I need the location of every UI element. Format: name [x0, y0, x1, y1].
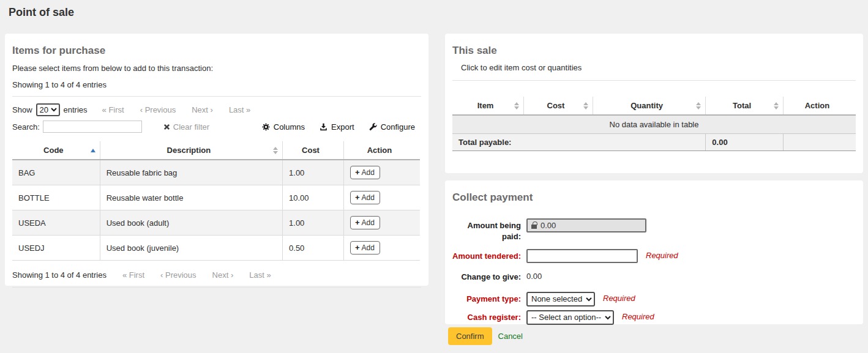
payment-type-select[interactable]: None selected: [526, 292, 595, 307]
last-page-link[interactable]: Last »: [229, 105, 250, 114]
last-page-link[interactable]: Last »: [249, 270, 271, 280]
columns-button[interactable]: Columns: [262, 122, 305, 132]
table-row: USEDJ Used book (juvenile) 0.50 +Add: [12, 236, 420, 261]
item-code: USEDA: [12, 210, 100, 236]
items-header-description[interactable]: Description: [100, 141, 282, 160]
item-code: USEDJ: [12, 236, 100, 261]
plus-icon: +: [355, 193, 360, 202]
entries-label: entries: [64, 105, 88, 114]
required-hint: Required: [646, 249, 678, 260]
table-row: BAG Reusable fabric bag 1.00 +Add: [12, 160, 420, 185]
item-description: Used book (adult): [100, 210, 282, 236]
total-payable-value: 0.00: [706, 134, 784, 151]
page-length-select[interactable]: 20: [36, 103, 60, 116]
total-action-cell: [783, 134, 856, 151]
sale-header-total[interactable]: Total: [706, 97, 784, 115]
sale-header-cost[interactable]: Cost: [524, 97, 593, 115]
table-row: BOTTLE Reusable water bottle 10.00 +Add: [12, 185, 420, 210]
item-description: Reusable water bottle: [100, 185, 282, 210]
confirm-button[interactable]: Confirm: [448, 327, 492, 345]
change-to-give-value: 0.00: [526, 270, 542, 281]
total-row: Total payable: 0.00: [452, 134, 856, 151]
clear-filter-button[interactable]: Clear filter: [163, 122, 209, 132]
items-header-code[interactable]: Code: [12, 141, 100, 160]
search-input[interactable]: [43, 121, 142, 133]
sale-table: Item Cost Quantity Total Action: [452, 97, 856, 151]
required-hint: Required: [622, 310, 654, 321]
sale-header-item[interactable]: Item: [452, 97, 524, 115]
export-button[interactable]: Export: [320, 122, 354, 132]
sort-icon: [273, 147, 278, 154]
sale-panel-title: This sale: [452, 45, 856, 57]
add-item-button[interactable]: +Add: [350, 216, 380, 229]
divider: [12, 96, 421, 97]
cancel-link[interactable]: Cancel: [498, 332, 523, 341]
sort-icon: [583, 102, 588, 110]
sale-hint: Click to edit item cost or quantities: [461, 63, 856, 72]
items-for-purchase-panel: Items for purchase Please select items f…: [5, 34, 428, 286]
amount-tendered-input[interactable]: [526, 249, 638, 263]
first-page-link[interactable]: « First: [102, 105, 124, 114]
page-title: Point of sale: [9, 6, 74, 19]
divider: [12, 287, 421, 288]
item-code: BAG: [12, 160, 100, 185]
configure-button[interactable]: Configure: [369, 122, 415, 132]
items-table: Code Description Cost Action BAG Reusabl…: [12, 141, 420, 261]
gear-icon: [262, 123, 270, 131]
empty-message: No data available in table: [452, 115, 856, 134]
item-cost: 10.00: [283, 185, 344, 210]
change-to-give-label: Change to give:: [452, 270, 521, 283]
form-actions: Confirm Cancel: [448, 327, 523, 345]
items-info-top: Showing 1 to 4 of 4 entries: [12, 80, 421, 89]
pagination-bottom: « First ‹ Previous Next › Last »: [122, 270, 287, 280]
search-label: Search:: [12, 122, 40, 132]
show-label: Show: [12, 105, 32, 114]
lock-icon: [531, 225, 537, 229]
items-panel-intro: Please select items from below to add to…: [12, 64, 421, 73]
table-row: USEDA Used book (adult) 1.00 +Add: [12, 210, 420, 236]
sort-icon: [514, 102, 519, 110]
items-header-action: Action: [343, 141, 420, 160]
next-page-link[interactable]: Next ›: [212, 270, 234, 280]
payment-panel-title: Collect payment: [452, 191, 856, 204]
plus-icon: +: [355, 218, 360, 227]
wrench-icon: [369, 123, 377, 131]
sort-icon: [696, 102, 701, 110]
required-hint: Required: [603, 292, 635, 303]
next-page-link[interactable]: Next ›: [192, 105, 213, 114]
cash-register-label: Cash register:: [452, 310, 521, 323]
plus-icon: +: [355, 168, 360, 177]
add-item-button[interactable]: +Add: [350, 166, 380, 179]
clear-filter-x-icon: [163, 124, 170, 130]
divider: [452, 80, 856, 81]
item-cost: 0.50: [283, 236, 344, 261]
sale-header-action: Action: [783, 97, 856, 115]
amount-tendered-label: Amount tendered:: [452, 249, 521, 262]
add-item-button[interactable]: +Add: [350, 241, 380, 255]
sale-header-quantity[interactable]: Quantity: [593, 97, 706, 115]
item-description: Reusable fabric bag: [100, 160, 282, 185]
items-panel-title: Items for purchase: [12, 45, 421, 57]
previous-page-link[interactable]: ‹ Previous: [160, 270, 196, 280]
amount-being-paid-label: Amount being paid:: [452, 218, 521, 242]
item-description: Used book (juvenile): [100, 236, 282, 261]
add-item-button[interactable]: +Add: [350, 191, 380, 204]
previous-page-link[interactable]: ‹ Previous: [140, 105, 176, 114]
cash-register-select[interactable]: -- Select an option--: [526, 310, 614, 325]
pagination-top: « First ‹ Previous Next › Last »: [102, 105, 267, 114]
sort-ascending-icon: [91, 149, 95, 152]
items-header-cost[interactable]: Cost: [283, 141, 344, 160]
item-cost: 1.00: [283, 210, 344, 236]
payment-type-label: Payment type:: [452, 292, 521, 305]
amount-being-paid-input[interactable]: 0.00: [526, 218, 646, 232]
first-page-link[interactable]: « First: [122, 270, 144, 280]
collect-payment-panel: Collect payment Amount being paid: 0.00 …: [445, 180, 863, 324]
total-payable-label: Total payable:: [452, 134, 706, 151]
item-code: BOTTLE: [12, 185, 100, 210]
this-sale-panel: This sale Click to edit item cost or qua…: [445, 34, 863, 173]
item-cost: 1.00: [283, 160, 344, 185]
empty-row: No data available in table: [452, 115, 856, 134]
download-icon: [320, 123, 327, 131]
plus-icon: +: [355, 243, 360, 252]
sort-icon: [774, 102, 779, 110]
